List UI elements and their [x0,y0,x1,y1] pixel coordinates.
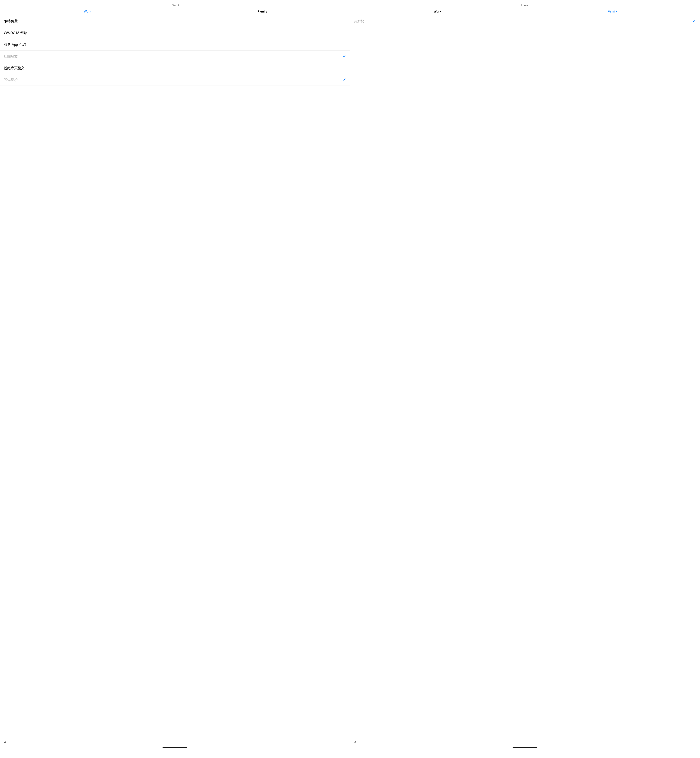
home-indicator [512,747,538,749]
left-list: 限時免費 WWDC18 倒數 精選 App 介紹 社團發文 ✓ 粉絲專頁發文 設… [0,16,350,737]
left-tab-bar: Work Family [0,8,350,16]
left-panel-title: I Want [0,0,350,8]
left-panel: I Want Work Family 限時免費 WWDC18 倒數 精選 App… [0,0,350,758]
chevron-up-icon[interactable]: ∧ [4,740,6,744]
checkmark-icon: ✓ [343,77,346,82]
list-item[interactable]: 粉絲專頁發文 [0,62,350,74]
list-item[interactable]: 限時免費 [0,16,350,27]
list-item-completed[interactable]: 買鮮奶 ✓ [350,16,700,27]
home-indicator [162,747,188,749]
left-tab-family[interactable]: Family [175,8,350,15]
left-bottom-bar: ∧ [0,737,350,746]
list-item[interactable]: 精選 App 介紹 [0,39,350,50]
right-panel-title: I Love [350,0,700,8]
checkmark-icon: ✓ [693,19,696,23]
list-item[interactable]: WWDC18 倒數 [0,27,350,39]
checkmark-icon: ✓ [343,54,346,59]
list-item-completed[interactable]: 設備總檢 ✓ [0,74,350,86]
right-list: 買鮮奶 ✓ [350,16,700,737]
right-panel: I Love Work Family 買鮮奶 ✓ ∧ [350,0,700,758]
list-item-completed[interactable]: 社團發文 ✓ [0,50,350,62]
right-bottom-bar: ∧ [350,737,700,746]
right-tab-work[interactable]: Work [350,8,525,15]
right-tab-bar: Work Family [350,8,700,16]
chevron-up-icon[interactable]: ∧ [354,740,356,744]
right-tab-family[interactable]: Family [525,8,700,15]
left-tab-work[interactable]: Work [0,8,175,15]
